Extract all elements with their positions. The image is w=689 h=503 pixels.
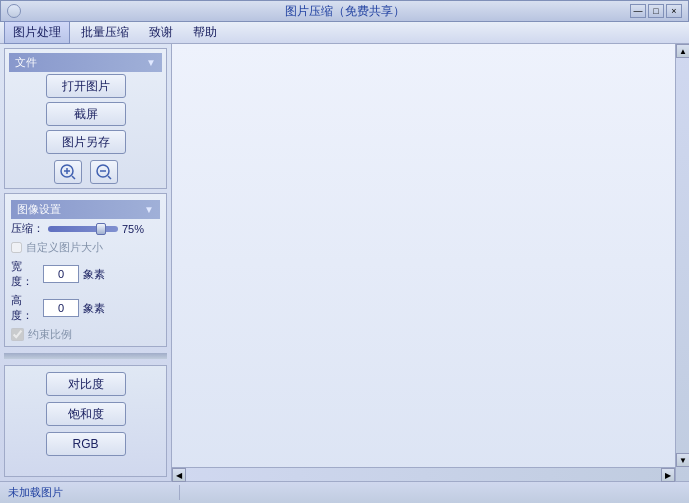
zoom-out-button[interactable] bbox=[90, 160, 118, 184]
image-settings-label: 图像设置 bbox=[17, 202, 61, 217]
scroll-up-button[interactable]: ▲ bbox=[676, 44, 689, 58]
scroll-left-button[interactable]: ◀ bbox=[172, 468, 186, 482]
menu-bar: 图片处理 批量压缩 致谢 帮助 bbox=[0, 22, 689, 44]
scroll-down-button[interactable]: ▼ bbox=[676, 453, 689, 467]
scroll-right-button[interactable]: ▶ bbox=[661, 468, 675, 482]
close-button[interactable] bbox=[7, 4, 21, 18]
rgb-button[interactable]: RGB bbox=[46, 432, 126, 456]
menu-thanks[interactable]: 致谢 bbox=[140, 21, 182, 44]
width-unit: 象素 bbox=[83, 267, 105, 282]
constrain-row: 约束比例 bbox=[11, 327, 160, 342]
horizontal-scrollbar[interactable]: ◀ ▶ bbox=[172, 467, 675, 481]
image-collapse-icon[interactable]: ▼ bbox=[144, 204, 154, 215]
title-bar-left bbox=[7, 4, 21, 18]
menu-image-processing[interactable]: 图片处理 bbox=[4, 21, 70, 44]
maximize-button[interactable]: □ bbox=[648, 4, 664, 18]
menu-help[interactable]: 帮助 bbox=[184, 21, 226, 44]
file-section-header: 文件 ▼ bbox=[9, 53, 162, 72]
status-bar: 未加载图片 bbox=[0, 481, 689, 503]
zoom-in-icon bbox=[59, 163, 77, 181]
height-row: 高度： 象素 bbox=[11, 293, 160, 323]
width-input[interactable] bbox=[43, 265, 79, 283]
custom-size-checkbox[interactable] bbox=[11, 242, 22, 253]
compress-label: 压缩： bbox=[11, 221, 44, 236]
menu-batch-compress[interactable]: 批量压缩 bbox=[72, 21, 138, 44]
height-input[interactable] bbox=[43, 299, 79, 317]
file-buttons: 打开图片 截屏 图片另存 bbox=[9, 74, 162, 184]
height-unit: 象素 bbox=[83, 301, 105, 316]
compress-slider[interactable] bbox=[48, 226, 118, 232]
file-label: 文件 bbox=[15, 55, 37, 70]
compress-value: 75% bbox=[122, 223, 144, 235]
image-section-header: 图像设置 ▼ bbox=[11, 200, 160, 219]
capture-button[interactable]: 截屏 bbox=[46, 102, 126, 126]
height-label: 高度： bbox=[11, 293, 39, 323]
content-scroll: ▲ ▼ ◀ ▶ bbox=[172, 44, 689, 481]
save-as-button[interactable]: 图片另存 bbox=[46, 130, 126, 154]
title-bar: 图片压缩（免费共享） — □ × bbox=[0, 0, 689, 22]
zoom-in-button[interactable] bbox=[54, 160, 82, 184]
minimize-button[interactable]: — bbox=[630, 4, 646, 18]
contrast-button[interactable]: 对比度 bbox=[46, 372, 126, 396]
zoom-out-icon bbox=[95, 163, 113, 181]
custom-size-row: 自定义图片大小 bbox=[11, 240, 160, 255]
left-panel: 文件 ▼ 打开图片 截屏 图片另存 bbox=[0, 44, 172, 481]
file-section: 文件 ▼ 打开图片 截屏 图片另存 bbox=[4, 48, 167, 189]
svg-line-3 bbox=[72, 176, 75, 179]
zoom-buttons bbox=[54, 160, 118, 184]
title-bar-controls: — □ × bbox=[630, 4, 682, 18]
constrain-checkbox[interactable] bbox=[11, 328, 24, 341]
custom-size-label: 自定义图片大小 bbox=[26, 240, 103, 255]
content-area: ▲ ▼ ◀ ▶ bbox=[172, 44, 689, 481]
width-label: 宽度： bbox=[11, 259, 39, 289]
constrain-label: 约束比例 bbox=[28, 327, 72, 342]
svg-line-6 bbox=[108, 176, 111, 179]
status-left: 未加载图片 bbox=[8, 485, 180, 500]
width-row: 宽度： 象素 bbox=[11, 259, 160, 289]
vertical-scrollbar[interactable]: ▲ ▼ bbox=[675, 44, 689, 481]
close-win-button[interactable]: × bbox=[666, 4, 682, 18]
file-collapse-icon[interactable]: ▼ bbox=[146, 57, 156, 68]
section-divider bbox=[4, 353, 167, 359]
saturation-button[interactable]: 饱和度 bbox=[46, 402, 126, 426]
image-section: 图像设置 ▼ 压缩： 75% 自定义图片大小 宽度： 象素 高度： bbox=[4, 193, 167, 347]
bottom-buttons-section: 对比度 饱和度 RGB bbox=[4, 365, 167, 477]
compress-row: 压缩： 75% bbox=[11, 221, 160, 236]
window-title: 图片压缩（免费共享） bbox=[285, 3, 405, 20]
main-layout: 文件 ▼ 打开图片 截屏 图片另存 bbox=[0, 44, 689, 481]
open-image-button[interactable]: 打开图片 bbox=[46, 74, 126, 98]
